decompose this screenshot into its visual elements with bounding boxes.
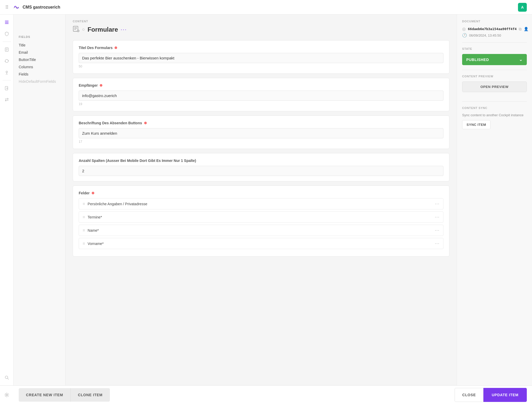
sync-description: Sync content to another Cockpit instance: [462, 113, 527, 117]
required-indicator-button: [144, 122, 147, 124]
nav-swap[interactable]: [2, 95, 11, 104]
list-item-text-2: Name*: [88, 228, 432, 232]
input-columns[interactable]: [79, 166, 443, 176]
state-value: PUBLISHED: [466, 58, 489, 62]
form-section-felder: Felder ≡ Persönliche Angaben / Privatadr…: [73, 186, 449, 257]
rail-divider-1: [3, 42, 11, 42]
list-item-more-2[interactable]: ···: [435, 228, 440, 233]
svg-point-7: [6, 71, 8, 73]
list-item: ≡ Name* ···: [79, 225, 443, 236]
clock-icon: 🕐: [462, 33, 467, 38]
nav-shield[interactable]: [2, 29, 11, 38]
sync-section-label: CONTENT SYNC: [462, 106, 527, 109]
user-avatar[interactable]: A: [518, 3, 527, 12]
drag-handle-3[interactable]: ≡: [83, 241, 85, 246]
top-nav: ⠿ CMS gastrozuerich A: [0, 0, 532, 15]
required-indicator-email: [100, 84, 102, 87]
logo-svg: [13, 4, 20, 11]
content-header: CONTENT ○ Formulare ···: [65, 15, 457, 36]
sidebar-item-buttontitle[interactable]: ButtonTitle: [19, 57, 60, 63]
page-status-icon: ○: [82, 27, 85, 32]
nav-file-plus[interactable]: [2, 84, 11, 93]
list-item-more-0[interactable]: ···: [435, 201, 440, 207]
field-label-button: Beschriftung Des Absenden Buttons: [79, 121, 142, 125]
user-icon[interactable]: 👤: [524, 27, 529, 31]
icon-rail: [0, 15, 14, 385]
svg-rect-0: [5, 21, 9, 21]
svg-line-12: [8, 378, 9, 379]
input-email[interactable]: [79, 91, 443, 101]
drag-handle-0[interactable]: ≡: [83, 202, 85, 206]
create-new-item-button[interactable]: CREATE NEW ITEM: [19, 388, 71, 402]
svg-point-20: [6, 394, 8, 396]
form-section-columns: Anzahl Spalten (Ausser Bei Mobile Dort G…: [73, 153, 449, 181]
open-preview-button[interactable]: OPEN PREVIEW: [462, 81, 527, 92]
field-label-title: Titel Des Formulars: [79, 46, 112, 50]
required-indicator-felder: [92, 192, 94, 194]
list-item-more-3[interactable]: ···: [435, 241, 440, 246]
search-icon: [4, 375, 9, 380]
form-section-button: Beschriftung Des Absenden Buttons 17: [73, 115, 449, 149]
sidebar-item-email[interactable]: Email: [19, 49, 60, 56]
menu-icon: [4, 20, 9, 25]
right-panel: DOCUMENT ◎ 66daeb6e7b3a154aa90ff4f4 ⧉ 👤 …: [457, 15, 532, 385]
field-label-row-email: Empfänger: [79, 83, 443, 87]
nav-arrows[interactable]: [2, 56, 11, 66]
page-more-icon[interactable]: ···: [121, 26, 127, 33]
document-icon: [4, 47, 9, 52]
list-item-text-0: Persönliche Angaben / Privatadresse: [88, 202, 432, 206]
app-title: CMS gastrozuerich: [23, 5, 60, 10]
form-section-email: Empfänger 19: [73, 78, 449, 111]
field-label-felder: Felder: [79, 191, 90, 195]
svg-rect-2: [5, 23, 9, 24]
field-label-row-button: Beschriftung Des Absenden Buttons: [79, 121, 443, 125]
sidebar-item-fields[interactable]: Fields: [19, 71, 60, 77]
doc-date: 06/09/2024, 13:45:50: [469, 33, 501, 37]
pin-icon: [4, 70, 9, 75]
divider-2: [462, 70, 527, 70]
page-icon: [73, 25, 79, 33]
update-item-button[interactable]: UPDATE ITEM: [483, 388, 527, 402]
input-title[interactable]: [79, 53, 443, 63]
list-item-more-1[interactable]: ···: [435, 214, 440, 220]
sync-item-button[interactable]: SYNC ITEM: [462, 120, 490, 129]
file-plus-icon: [4, 86, 9, 91]
doc-id-row: ◎ 66daeb6e7b3a154aa90ff4f4 ⧉ 👤: [462, 26, 527, 31]
drag-handle-2[interactable]: ≡: [83, 228, 85, 233]
drag-handle-1[interactable]: ≡: [83, 215, 85, 220]
sidebar-item-columns[interactable]: Columns: [19, 64, 60, 70]
clock-circle-icon: ◎: [462, 26, 466, 31]
list-item: ≡ Vorname* ···: [79, 238, 443, 249]
copy-icon[interactable]: ⧉: [519, 27, 522, 31]
doc-id: 66daeb6e7b3a154aa90ff4f4: [468, 27, 517, 31]
required-indicator-title: [115, 46, 117, 49]
nav-content[interactable]: [2, 18, 11, 27]
grid-icon[interactable]: ⠿: [5, 4, 9, 10]
list-item-text-1: Termine*: [88, 215, 432, 219]
field-label-email: Empfänger: [79, 83, 98, 87]
input-button[interactable]: [79, 128, 443, 138]
content-area: CONTENT ○ Formulare ···: [65, 15, 457, 385]
char-count-email: 19: [79, 102, 443, 106]
field-label-row-columns: Anzahl Spalten (Ausser Bei Mobile Dort G…: [79, 159, 443, 163]
sidebar-item-title[interactable]: Title: [19, 42, 60, 48]
divider-1: [462, 42, 527, 43]
list-item-text-3: Vorname*: [88, 242, 432, 246]
doc-date-row: 🕐 06/09/2024, 13:45:50: [462, 33, 527, 38]
bottom-left-actions: CREATE NEW ITEM CLONE ITEM: [19, 388, 110, 402]
char-count-title: 50: [79, 65, 443, 68]
breadcrumb: CONTENT: [73, 20, 449, 23]
document-section-label: DOCUMENT: [462, 20, 527, 23]
main-layout: FIELDS Title Email ButtonTitle Columns F…: [0, 15, 532, 385]
preview-section-label: CONTENT PREVIEW: [462, 75, 527, 78]
svg-rect-1: [5, 22, 9, 23]
nav-search[interactable]: [2, 373, 11, 382]
clone-item-button[interactable]: CLONE ITEM: [71, 388, 110, 402]
nav-pin[interactable]: [2, 68, 11, 77]
nav-document[interactable]: [2, 45, 11, 54]
close-button[interactable]: CLOSE: [455, 388, 483, 402]
bottom-bar: CREATE NEW ITEM CLONE ITEM CLOSE UPDATE …: [0, 385, 532, 404]
state-dropdown[interactable]: PUBLISHED ⌄: [462, 54, 527, 65]
settings-icon[interactable]: [0, 386, 14, 404]
char-count-button: 17: [79, 140, 443, 143]
